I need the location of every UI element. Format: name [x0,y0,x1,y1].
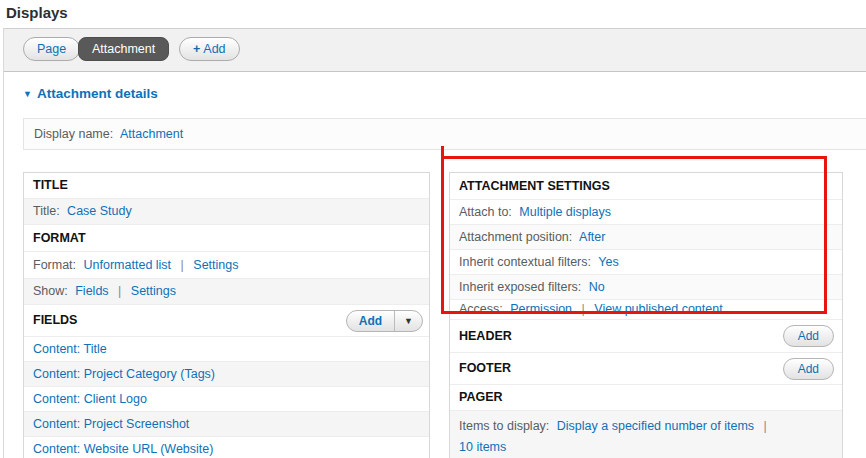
title-row: Title: Case Study [24,199,429,225]
display-name-row: Display name: Attachment [23,118,866,150]
collapse-triangle-icon: ▼ [23,89,32,99]
inherit-exposed-label: Inherit exposed filters: [459,280,581,294]
separator: | [764,419,767,433]
header-add-button[interactable]: Add [783,325,834,347]
attachment-position-row: Attachment position: After [450,225,842,250]
pager-count-link[interactable]: 10 items [459,440,506,454]
tab-page-button[interactable]: Page [23,37,80,61]
tab-attachment-label: Attachment [92,42,155,56]
attach-to-link[interactable]: Multiple displays [519,205,611,219]
tab-attachment-button[interactable]: Attachment [78,37,169,61]
field-link[interactable]: Content: Client Logo [33,392,147,406]
title-section-header: TITLE [24,173,429,199]
title-section-label: TITLE [33,178,68,192]
fields-section-label: FIELDS [33,313,77,327]
right-settings-column: ATTACHMENT SETTINGS Attach to: Multiple … [449,172,843,458]
format-section-label: FORMAT [33,231,86,245]
header-add-label: Add [798,329,819,343]
access-permission-link[interactable]: View published content [594,302,722,316]
separator: | [181,258,184,272]
show-label: Show: [33,284,68,298]
format-value-link[interactable]: Unformatted list [84,258,172,272]
field-row: Content: Project Category (Tags) [24,362,429,387]
page-title: Displays [6,4,68,21]
footer-add-button[interactable]: Add [783,358,834,380]
attachment-details-label: Attachment details [37,86,158,101]
attachment-position-label: Attachment position: [459,230,572,244]
field-row: Content: Client Logo [24,387,429,412]
pager-section-label: PAGER [459,390,503,404]
views-ui-displays-screen: Displays Page Attachment +Add ▼Attachmen… [0,0,866,458]
annotation-tick [441,146,444,158]
display-name-label: Display name: [34,127,113,141]
field-row: Content: Project Screenshot [24,412,429,437]
plus-icon: + [193,42,200,56]
footer-section-header: FOOTER Add [450,353,842,385]
field-link[interactable]: Content: Project Category (Tags) [33,367,215,381]
tab-page-label: Page [37,42,66,56]
show-settings-link[interactable]: Settings [131,284,176,298]
display-tabs-toolbar: Page Attachment +Add [4,28,866,72]
pager-type-link[interactable]: Display a specified number of items [557,419,754,433]
header-section-header: HEADER Add [450,320,842,353]
separator: | [582,302,585,316]
show-value-link[interactable]: Fields [75,284,108,298]
display-name-link[interactable]: Attachment [120,127,183,141]
format-label: Format: [33,258,76,272]
attach-to-row: Attach to: Multiple displays [450,200,842,225]
access-type-link[interactable]: Permission [510,302,572,316]
separator: | [118,284,121,298]
title-label: Title: [33,204,60,218]
fields-add-label[interactable]: Add [347,311,394,331]
attachment-position-link[interactable]: After [579,230,605,244]
fields-add-split-button[interactable]: Add ▼ [346,310,423,332]
field-link[interactable]: Content: Website URL (Website) [33,442,213,456]
header-section-label: HEADER [459,329,512,343]
displays-container: Page Attachment +Add ▼Attachment details… [3,28,866,458]
caret-down-icon[interactable]: ▼ [394,311,422,331]
footer-section-label: FOOTER [459,361,511,375]
left-settings-column: TITLE Title: Case Study FORMAT Format: U… [23,172,430,458]
format-settings-link[interactable]: Settings [193,258,238,272]
add-display-label: Add [203,42,225,56]
attachment-details-toggle[interactable]: ▼Attachment details [23,86,158,101]
inherit-contextual-link[interactable]: Yes [598,255,618,269]
show-row: Show: Fields | Settings [24,279,429,305]
pager-row: Items to display: Display a specified nu… [450,411,842,458]
title-value-link[interactable]: Case Study [67,204,132,218]
field-link[interactable]: Content: Title [33,342,107,356]
inherit-exposed-row: Inherit exposed filters: No [450,275,842,300]
pager-section-header: PAGER [450,385,842,411]
access-label: Access: [459,302,503,316]
attachment-settings-label: ATTACHMENT SETTINGS [459,179,610,193]
inherit-exposed-link[interactable]: No [589,280,605,294]
attach-to-label: Attach to: [459,205,512,219]
format-row: Format: Unformatted list | Settings [24,252,429,279]
format-section-header: FORMAT [24,225,429,252]
field-row: Content: Title [24,337,429,362]
inherit-contextual-row: Inherit contextual filters: Yes [450,250,842,275]
footer-add-label: Add [798,362,819,376]
field-link[interactable]: Content: Project Screenshot [33,417,189,431]
add-display-button[interactable]: +Add [179,37,240,61]
inherit-contextual-label: Inherit contextual filters: [459,255,591,269]
items-to-display-label: Items to display: [459,419,549,433]
attachment-settings-header: ATTACHMENT SETTINGS [450,173,842,200]
fields-section-header: FIELDS Add ▼ [24,305,429,337]
access-row: Access: Permission | View published cont… [450,300,842,320]
field-row: Content: Website URL (Website) [24,437,429,458]
